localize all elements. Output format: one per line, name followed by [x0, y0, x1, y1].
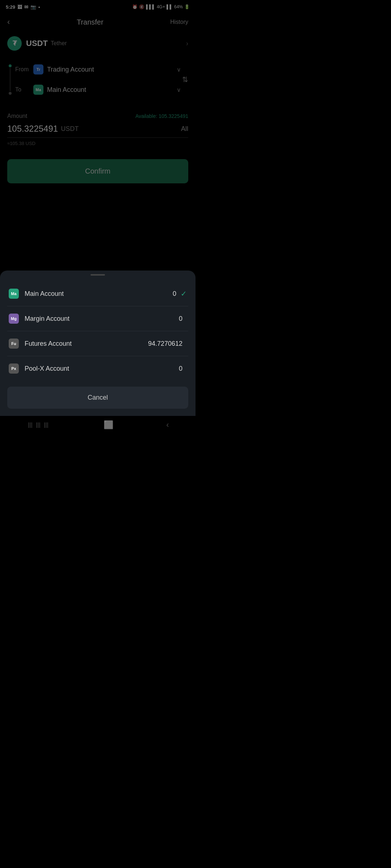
main-account-badge: Ma: [9, 289, 19, 299]
selected-check-icon: ✓: [181, 289, 187, 298]
margin-account-badge: Mg: [9, 314, 19, 324]
sheet-handle: [91, 274, 105, 276]
margin-account-balance: 0: [179, 315, 182, 323]
list-item[interactable]: Fu Futures Account 94.7270612: [0, 331, 196, 356]
cancel-button[interactable]: Cancel: [7, 387, 188, 409]
main-account-balance: 0: [173, 290, 176, 298]
margin-account-name: Margin Account: [25, 315, 179, 323]
poolx-account-name: Pool-X Account: [25, 365, 179, 373]
list-item[interactable]: Mg Margin Account 0: [0, 306, 196, 331]
list-item[interactable]: Px Pool-X Account 0: [0, 356, 196, 381]
futures-account-badge: Fu: [9, 339, 19, 349]
main-account-name: Main Account: [25, 290, 173, 298]
futures-account-name: Futures Account: [25, 340, 148, 348]
poolx-account-badge: Px: [9, 363, 19, 374]
futures-account-balance: 94.7270612: [148, 340, 182, 348]
bottom-sheet: Ma Main Account 0 ✓ Mg Margin Account 0 …: [0, 271, 196, 416]
list-item[interactable]: Ma Main Account 0 ✓: [0, 281, 196, 306]
poolx-account-balance: 0: [179, 365, 182, 373]
